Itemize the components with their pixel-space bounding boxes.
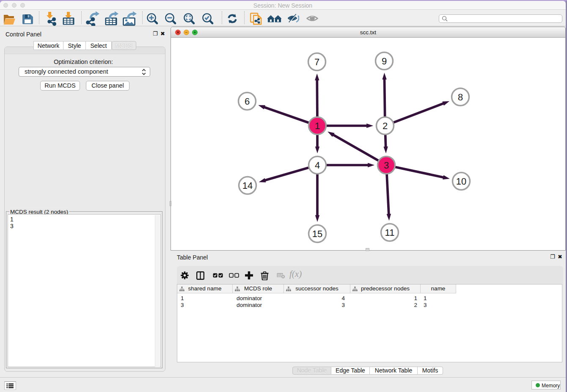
svg-text:11: 11 xyxy=(385,227,395,238)
svg-text:3: 3 xyxy=(384,160,389,171)
svg-text:1: 1 xyxy=(315,121,320,131)
svg-text:2: 2 xyxy=(383,121,388,131)
svg-text:15: 15 xyxy=(312,229,322,239)
svg-text:4: 4 xyxy=(315,160,320,171)
svg-text:6: 6 xyxy=(245,96,250,107)
svg-text:7: 7 xyxy=(314,57,319,67)
svg-text:8: 8 xyxy=(458,92,463,102)
svg-text:9: 9 xyxy=(382,56,387,66)
svg-text:14: 14 xyxy=(242,180,253,191)
svg-text:10: 10 xyxy=(456,176,466,187)
